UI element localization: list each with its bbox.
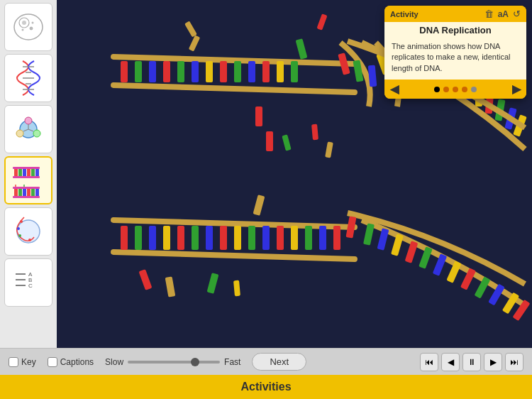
svg-text:C: C <box>28 283 33 289</box>
popup-title: DNA Replication <box>384 22 526 37</box>
svg-rect-94 <box>277 226 284 250</box>
playback-controls: ⏮ ◀ ⏸ ▶ ⏭ <box>420 353 523 371</box>
fast-label: Fast <box>224 357 240 367</box>
svg-rect-35 <box>13 196 40 198</box>
svg-point-0 <box>14 14 43 40</box>
svg-rect-88 <box>192 226 199 250</box>
svg-rect-21 <box>27 168 31 177</box>
svg-point-36 <box>17 220 40 243</box>
svg-rect-92 <box>248 226 255 250</box>
svg-rect-81 <box>255 106 262 126</box>
svg-rect-56 <box>234 61 241 82</box>
svg-rect-34 <box>13 187 40 189</box>
svg-rect-95 <box>291 226 298 250</box>
captions-checkbox-label[interactable]: Captions <box>48 357 94 367</box>
bottom-bar: Key Captions Slow Fast Next ⏮ ◀ ⏸ ▶ ⏭ <box>0 348 532 375</box>
font-size-icon[interactable]: aA <box>498 9 509 19</box>
skip-forward-button[interactable]: ⏭ <box>505 353 523 371</box>
slow-label: Slow <box>105 357 123 367</box>
svg-point-37 <box>28 239 31 241</box>
svg-point-3 <box>30 27 33 30</box>
svg-rect-22 <box>31 168 35 177</box>
svg-point-4 <box>22 29 24 31</box>
activities-label: Activities <box>240 381 291 393</box>
svg-point-14 <box>16 130 23 137</box>
svg-rect-84 <box>135 226 142 250</box>
svg-rect-53 <box>192 61 199 82</box>
next-button[interactable]: Next <box>252 353 306 371</box>
activities-bar[interactable]: Activities <box>0 375 532 399</box>
pause-button[interactable]: ⏸ <box>462 353 481 371</box>
dot-4 <box>462 87 467 92</box>
main-area: A B C <box>0 0 532 348</box>
svg-rect-59 <box>277 61 284 82</box>
svg-rect-33 <box>35 187 39 197</box>
svg-point-2 <box>22 21 26 25</box>
svg-rect-28 <box>14 187 18 197</box>
key-checkbox-label[interactable]: Key <box>9 357 36 367</box>
svg-rect-18 <box>14 168 18 177</box>
svg-point-5 <box>32 22 34 24</box>
svg-rect-89 <box>206 226 213 250</box>
svg-rect-91 <box>234 226 241 250</box>
svg-rect-82 <box>266 131 273 151</box>
svg-rect-32 <box>31 187 35 197</box>
svg-rect-96 <box>305 226 312 250</box>
svg-rect-86 <box>163 226 170 250</box>
popup-header: Activity 🗑 aA ↺ <box>384 6 526 22</box>
sidebar-item-replication[interactable] <box>4 156 52 204</box>
sidebar-item-rna[interactable] <box>4 207 52 256</box>
svg-rect-23 <box>35 168 39 177</box>
svg-rect-30 <box>23 187 26 197</box>
svg-rect-57 <box>248 61 255 82</box>
popup-dots <box>434 87 477 92</box>
captions-label: Captions <box>60 357 94 367</box>
key-label: Key <box>21 357 36 367</box>
svg-point-12 <box>25 117 32 124</box>
svg-rect-20 <box>23 168 26 177</box>
svg-rect-52 <box>177 61 184 82</box>
play-button[interactable]: ▶ <box>484 353 502 371</box>
svg-point-39 <box>17 227 20 230</box>
sidebar-item-dna[interactable] <box>4 54 52 102</box>
svg-rect-58 <box>262 61 270 82</box>
content-area: Activity 🗑 aA ↺ DNA Replication The anim… <box>57 0 532 348</box>
svg-rect-54 <box>206 61 213 82</box>
svg-rect-98 <box>333 226 340 250</box>
key-checkbox[interactable] <box>9 357 18 367</box>
speed-slider[interactable] <box>128 361 220 364</box>
svg-rect-85 <box>149 226 156 250</box>
svg-rect-55 <box>220 61 227 82</box>
svg-rect-29 <box>18 187 22 197</box>
dot-3 <box>453 87 458 92</box>
trash-icon[interactable]: 🗑 <box>484 9 494 19</box>
sidebar-item-legend[interactable]: A B C <box>4 258 52 307</box>
dot-1 <box>434 87 440 92</box>
svg-rect-97 <box>319 226 326 250</box>
svg-rect-31 <box>27 187 31 197</box>
sidebar-item-cell[interactable] <box>4 3 52 51</box>
app-container: A B C <box>0 0 532 399</box>
svg-rect-93 <box>262 226 270 250</box>
svg-rect-51 <box>163 61 170 82</box>
svg-rect-49 <box>135 61 142 82</box>
popup-header-icons: 🗑 aA ↺ <box>484 9 521 19</box>
popup-body: The animation shows how DNA replicates t… <box>384 37 526 80</box>
svg-rect-24 <box>13 167 40 169</box>
popup-next-button[interactable]: ▶ <box>512 82 521 96</box>
svg-rect-90 <box>220 226 227 250</box>
refresh-icon[interactable]: ↺ <box>513 9 521 19</box>
rewind-button[interactable]: ◀ <box>441 353 460 371</box>
captions-checkbox[interactable] <box>48 357 57 367</box>
sidebar: A B C <box>0 0 57 348</box>
popup-nav: ◀ ▶ <box>384 80 526 99</box>
sidebar-item-molecule[interactable] <box>4 105 52 153</box>
activity-popup: Activity 🗑 aA ↺ DNA Replication The anim… <box>384 6 526 99</box>
svg-point-13 <box>33 130 40 137</box>
svg-rect-60 <box>291 61 298 82</box>
skip-back-button[interactable]: ⏮ <box>420 353 438 371</box>
dot-2 <box>443 87 449 92</box>
popup-prev-button[interactable]: ◀ <box>390 82 399 96</box>
svg-rect-19 <box>18 168 22 177</box>
svg-rect-50 <box>149 61 156 82</box>
